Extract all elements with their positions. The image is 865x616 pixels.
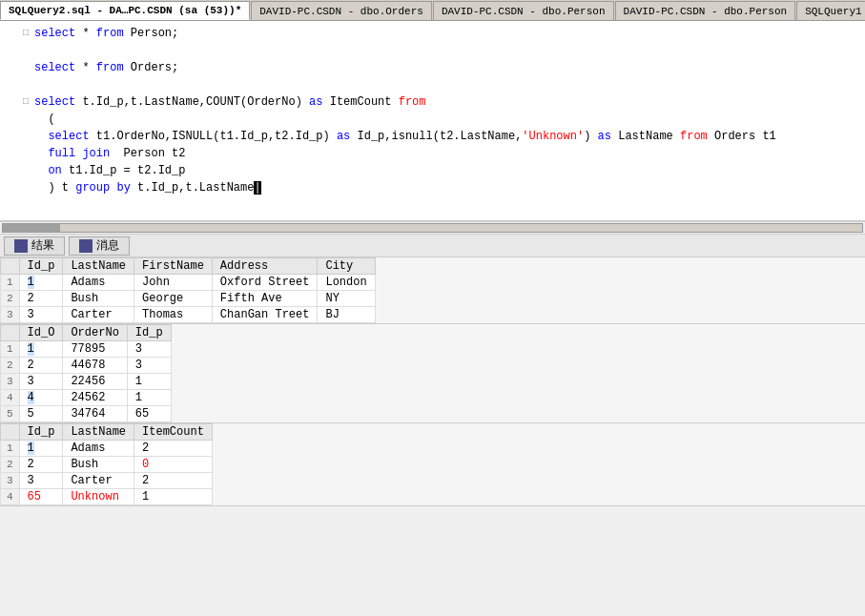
col-header-address: Address — [212, 258, 318, 275]
cell: 1 — [127, 374, 171, 390]
cell: 3 — [127, 341, 171, 358]
cell: 34764 — [63, 406, 127, 422]
table-row: 1 1 77895 3 — [1, 341, 172, 358]
cell: 65 — [19, 489, 63, 505]
tab-sqlquery2[interactable]: SQLQuery2.sql - DA…PC.CSDN (sa (53))* — [0, 1, 250, 20]
code-editor[interactable]: □ select * from Person; select * from Or… — [0, 21, 865, 221]
scrollbar-thumb[interactable] — [3, 224, 60, 232]
row-num: 2 — [1, 457, 20, 473]
row-num: 5 — [1, 406, 20, 422]
code-line-7: select t1.OrderNo,ISNULL(t1.Id_p,t2.Id_p… — [0, 128, 865, 145]
cell: 77895 — [63, 341, 127, 358]
table-row: 1 1 Adams John Oxford Street London — [1, 275, 376, 291]
cell: Bush — [63, 291, 134, 307]
code-content: select * from Person; — [32, 25, 865, 42]
message-icon — [79, 239, 93, 253]
bottom-panel: 结果 消息 Id_p LastName FirstName Address Ci… — [0, 235, 865, 506]
cell: Fifth Ave — [212, 291, 318, 307]
scrollbar-track[interactable] — [2, 223, 863, 233]
horizontal-scrollbar[interactable] — [0, 221, 865, 235]
tabs-bar: SQLQuery2.sql - DA…PC.CSDN (sa (53))* DA… — [0, 0, 865, 21]
col-header-rownum — [1, 258, 20, 275]
tab-sqlquery1[interactable]: SQLQuery1 — [796, 1, 865, 20]
code-content: ) t group by t.Id_p,t.LastName| — [32, 179, 865, 196]
cell: John — [134, 275, 213, 291]
cell: 22456 — [63, 374, 127, 390]
table-row: 4 65 Unknown 1 — [1, 489, 213, 505]
cell: BJ — [318, 307, 375, 323]
code-content: on t1.Id_p = t2.Id_p — [32, 162, 865, 179]
cell: Thomas — [134, 307, 213, 323]
collapse-icon[interactable]: □ — [19, 25, 32, 42]
cell: 3 — [19, 473, 63, 489]
person-table: Id_p LastName FirstName Address City 1 1… — [0, 257, 376, 323]
code-line-3: select * from Orders; — [0, 59, 865, 76]
code-line-4 — [0, 76, 865, 93]
row-num: 1 — [1, 441, 20, 457]
row-num: 3 — [1, 473, 20, 489]
collapse-icon[interactable]: □ — [19, 93, 32, 111]
table-row: 2 2 Bush George Fifth Ave NY — [1, 291, 376, 307]
table-row: 2 2 Bush 0 — [1, 457, 213, 473]
code-line-9: on t1.Id_p = t2.Id_p — [0, 162, 865, 179]
col-header-rownum — [1, 325, 20, 341]
tab-orders[interactable]: DAVID-PC.CSDN - dbo.Orders — [251, 1, 432, 20]
cell: Oxford Street — [212, 275, 318, 291]
cell: 24562 — [63, 390, 127, 406]
table-row: 3 3 22456 1 — [1, 374, 172, 390]
col-header-idp: Id_p — [19, 258, 63, 275]
cell: 5 — [19, 406, 63, 422]
result-tab-results[interactable]: 结果 — [4, 236, 65, 256]
col-header-idp: Id_p — [19, 424, 63, 441]
code-line-5: □ select t.Id_p,t.LastName,COUNT(OrderNo… — [0, 93, 865, 111]
col-header-rownum — [1, 424, 20, 441]
row-num: 4 — [1, 489, 20, 505]
code-content: full join Person t2 — [32, 145, 865, 162]
cell: 2 — [19, 457, 63, 473]
code-line-10: ) t group by t.Id_p,t.LastName| — [0, 179, 865, 196]
row-num: 1 — [1, 275, 20, 291]
tab-person1[interactable]: DAVID-PC.CSDN - dbo.Person — [433, 1, 614, 20]
result-tab-messages[interactable]: 消息 — [69, 236, 130, 256]
table-row: 5 5 34764 65 — [1, 406, 172, 422]
cell: 1 — [19, 275, 63, 291]
code-content: ( — [32, 111, 865, 128]
cell: 2 — [134, 473, 213, 489]
code-content — [32, 42, 865, 59]
code-content: select t.Id_p,t.LastName,COUNT(OrderNo) … — [32, 93, 865, 111]
tab-person2[interactable]: DAVID-PC.CSDN - dbo.Person — [615, 1, 796, 20]
table-row: 4 4 24562 1 — [1, 390, 172, 406]
code-line-6: ( — [0, 111, 865, 128]
result-table-1: Id_p LastName FirstName Address City 1 1… — [0, 257, 865, 324]
row-num: 3 — [1, 374, 20, 390]
col-header-lastname: LastName — [63, 424, 134, 441]
result-table: Id_p LastName ItemCount 1 1 Adams 2 2 2 … — [0, 423, 213, 505]
cell: Bush — [63, 457, 134, 473]
cell: 2 — [19, 358, 63, 374]
code-content — [32, 76, 865, 93]
cell: 1 — [19, 441, 63, 457]
table-row: 3 3 Carter Thomas ChanGan Treet BJ — [1, 307, 376, 323]
code-content: select * from Orders; — [32, 59, 865, 76]
table-row: 3 3 Carter 2 — [1, 473, 213, 489]
grid-icon — [14, 239, 28, 253]
cell: 65 — [127, 406, 171, 422]
code-line-2 — [0, 42, 865, 59]
cell: 44678 — [63, 358, 127, 374]
result-table-3: Id_p LastName ItemCount 1 1 Adams 2 2 2 … — [0, 423, 865, 506]
col-header-ido: Id_O — [19, 325, 63, 341]
cell: 3 — [19, 374, 63, 390]
table-row: 2 2 44678 3 — [1, 358, 172, 374]
cell: 2 — [134, 441, 213, 457]
cell: 3 — [19, 307, 63, 323]
cell: Unknown — [63, 489, 134, 505]
col-header-itemcount: ItemCount — [134, 424, 213, 441]
cell: Adams — [63, 275, 134, 291]
table-row: 1 1 Adams 2 — [1, 441, 213, 457]
result-table-2: Id_O OrderNo Id_p 1 1 77895 3 2 2 44678 … — [0, 324, 865, 423]
col-header-city: City — [318, 258, 375, 275]
orders-table: Id_O OrderNo Id_p 1 1 77895 3 2 2 44678 … — [0, 324, 172, 422]
cell: 1 — [19, 341, 63, 358]
cell: Adams — [63, 441, 134, 457]
cell: 3 — [127, 358, 171, 374]
